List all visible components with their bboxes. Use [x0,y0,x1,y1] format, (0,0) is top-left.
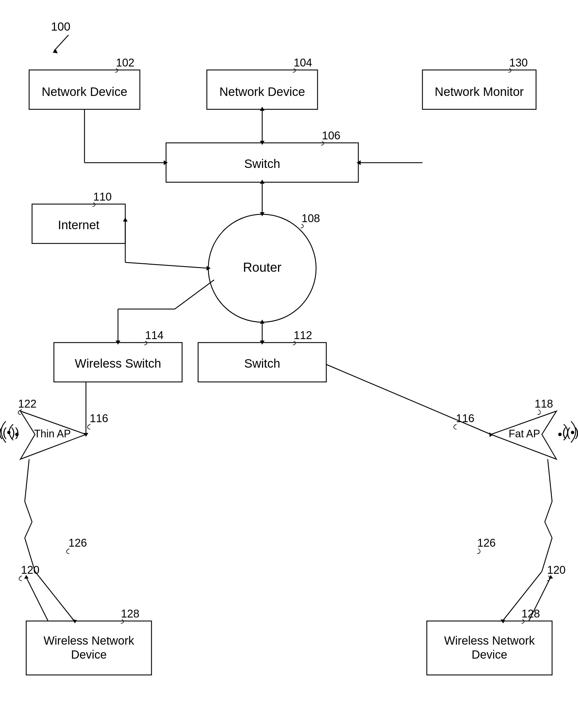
thin-ap-label: Thin AP [34,428,71,440]
svg-line-43 [125,262,208,268]
ref-112: 112 [294,329,312,341]
ref-114: 114 [145,329,163,341]
svg-line-54 [35,571,74,621]
nd-102-label: Network Device [42,85,127,99]
router-108-label: Router [243,260,281,274]
svg-line-56 [548,459,552,501]
ref-130: 130 [509,57,528,69]
internet-110-label: Internet [58,218,100,232]
ws-114-label: Wireless Switch [75,357,161,370]
wifi-symbol-right: ((•)) [562,425,578,439]
ref-128-left: 128 [121,607,139,620]
arrow-sw112-to-fatap [489,432,493,437]
wnd-right-label1: Wireless Network [444,634,535,647]
svg-line-36 [54,35,68,51]
ref-108: 108 [302,212,320,225]
svg-line-49 [326,364,491,435]
switch-106-label: Switch [244,157,280,171]
switch-112-label: Switch [244,357,280,370]
svg-line-57 [545,501,552,522]
ref-106: 106 [322,129,340,142]
ref-110: 110 [93,191,112,203]
nm-130-label: Network Monitor [435,85,524,99]
ref-122: 122 [18,398,36,410]
wnd-left-label2: Device [71,648,107,661]
fat-ap-label: Fat AP [509,428,540,440]
ref-126-left: 126 [68,537,87,549]
wnd-right-label2: Device [472,648,507,661]
svg-line-51 [25,501,32,522]
wifi-dot-right [558,433,562,436]
ref-100-text: 100 [51,20,71,33]
svg-line-58 [545,522,552,538]
ref-126-right: 126 [477,537,496,549]
nd-104-label: Network Device [219,85,305,99]
svg-line-50 [25,459,29,501]
ref-116-right: 116 [456,412,474,424]
main-diagram: 100 Network Device 102 Network Device 10… [0,0,578,728]
wifi-symbol-left: ((•)) [0,425,19,439]
ref-120-right: 120 [547,564,566,576]
svg-line-44 [175,280,214,309]
ref-102: 102 [116,57,134,69]
ref-116-left: 116 [90,412,108,424]
ref-118: 118 [534,398,553,410]
svg-line-52 [25,522,32,538]
ref-104: 104 [294,57,312,69]
wnd-left-label1: Wireless Network [44,634,134,647]
